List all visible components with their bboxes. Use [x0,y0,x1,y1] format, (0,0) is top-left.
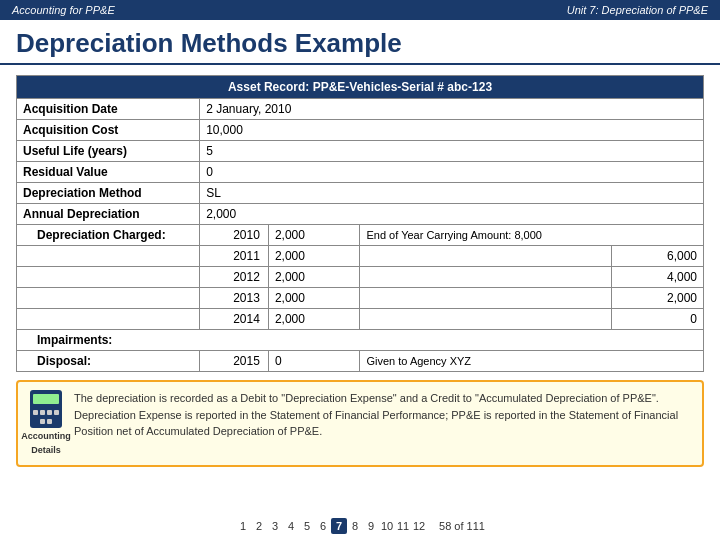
dep-end-3: 2,000 [612,288,704,309]
dep-mid-3 [360,288,612,309]
page-num-5[interactable]: 5 [299,518,315,534]
dep-end-0: End of Year Carrying Amount: 8,000 [360,225,704,246]
calc-btn-2 [40,410,45,415]
impairments-row: Impairments: [17,330,704,351]
dep-amount-1: 2,000 [268,246,360,267]
page-num-12[interactable]: 12 [411,518,427,534]
asset-row-1: Acquisition Cost 10,000 [17,120,704,141]
table-header-row: Asset Record: PP&E-Vehicles-Serial # abc… [17,76,704,99]
row-value-2: 5 [200,141,704,162]
footer-pagination: 123456789101112 58 of 111 [0,518,720,534]
page-num-11[interactable]: 11 [395,518,411,534]
table-container: Asset Record: PP&E-Vehicles-Serial # abc… [16,75,704,467]
dep-mid-4 [360,309,612,330]
page-title: Depreciation Methods Example [16,28,704,59]
disposal-label: Disposal: [17,351,200,372]
dep-end-1: 6,000 [612,246,704,267]
page-num-7[interactable]: 7 [331,518,347,534]
disposal-row: Disposal: 2015 0 Given to Agency XYZ [17,351,704,372]
note-section: Accounting Details The depreciation is r… [16,380,704,467]
page-num-9[interactable]: 9 [363,518,379,534]
row-value-4: SL [200,183,704,204]
row-label-2: Useful Life (years) [17,141,200,162]
dep-mid-1 [360,246,612,267]
page-num-3[interactable]: 3 [267,518,283,534]
asset-row-0: Acquisition Date 2 January, 2010 [17,99,704,120]
dep-indent-3 [17,288,200,309]
dep-year-0: 2010 [200,225,269,246]
disposal-note: Given to Agency XYZ [360,351,704,372]
asset-row-5: Annual Depreciation 2,000 [17,204,704,225]
page-num-10[interactable]: 10 [379,518,395,534]
dep-indent-2 [17,267,200,288]
dep-year-1: 2011 [200,246,269,267]
dep-amount-4: 2,000 [268,309,360,330]
calc-btn-5 [40,419,45,424]
row-label-0: Acquisition Date [17,99,200,120]
page-total: 58 of 111 [439,520,485,532]
page-num-4[interactable]: 4 [283,518,299,534]
row-label-3: Residual Value [17,162,200,183]
table-header-cell: Asset Record: PP&E-Vehicles-Serial # abc… [17,76,704,99]
note-text: The depreciation is recorded as a Debit … [74,390,694,440]
page-num-2[interactable]: 2 [251,518,267,534]
page-num-8[interactable]: 8 [347,518,363,534]
calc-btn-6 [47,419,52,424]
page-title-section: Depreciation Methods Example [0,20,720,65]
dep-indent-4 [17,309,200,330]
asset-row-4: Depreciation Method SL [17,183,704,204]
header-right: Unit 7: Depreciation of PP&E [567,4,708,16]
impairments-label: Impairments: [17,330,704,351]
dep-year-2: 2012 [200,267,269,288]
main-content: Asset Record: PP&E-Vehicles-Serial # abc… [0,65,720,477]
icon-label: Accounting Details [21,430,71,457]
calc-btn-3 [47,410,52,415]
dep-row-3: 2013 2,000 2,000 [17,288,704,309]
asset-table: Asset Record: PP&E-Vehicles-Serial # abc… [16,75,704,372]
dep-row-0: Depreciation Charged: 2010 2,000 End of … [17,225,704,246]
dep-amount-0: 2,000 [268,225,360,246]
header-bar: Accounting for PP&E Unit 7: Depreciation… [0,0,720,20]
page-num-1[interactable]: 1 [235,518,251,534]
row-value-5: 2,000 [200,204,704,225]
calculator-icon [30,390,62,428]
page-numbers: 123456789101112 [235,518,427,534]
asset-row-3: Residual Value 0 [17,162,704,183]
page-num-6[interactable]: 6 [315,518,331,534]
calc-btn-4 [54,410,59,415]
row-value-3: 0 [200,162,704,183]
row-label-4: Depreciation Method [17,183,200,204]
dep-indent-0: Depreciation Charged: [17,225,200,246]
dep-row-4: 2014 2,000 0 [17,309,704,330]
row-value-1: 10,000 [200,120,704,141]
row-label-1: Acquisition Cost [17,120,200,141]
dep-mid-2 [360,267,612,288]
header-left: Accounting for PP&E [12,4,115,16]
dep-end-4: 0 [612,309,704,330]
calc-screen [33,394,59,404]
dep-year-3: 2013 [200,288,269,309]
row-value-0: 2 January, 2010 [200,99,704,120]
dep-row-1: 2011 2,000 6,000 [17,246,704,267]
disposal-year: 2015 [200,351,269,372]
dep-amount-2: 2,000 [268,267,360,288]
dep-amount-3: 2,000 [268,288,360,309]
row-label-5: Annual Depreciation [17,204,200,225]
dep-year-4: 2014 [200,309,269,330]
dep-end-2: 4,000 [612,267,704,288]
disposal-value: 0 [268,351,360,372]
note-icon-area: Accounting Details [26,390,66,457]
dep-indent-1 [17,246,200,267]
dep-row-2: 2012 2,000 4,000 [17,267,704,288]
calc-btn-1 [33,410,38,415]
asset-row-2: Useful Life (years) 5 [17,141,704,162]
